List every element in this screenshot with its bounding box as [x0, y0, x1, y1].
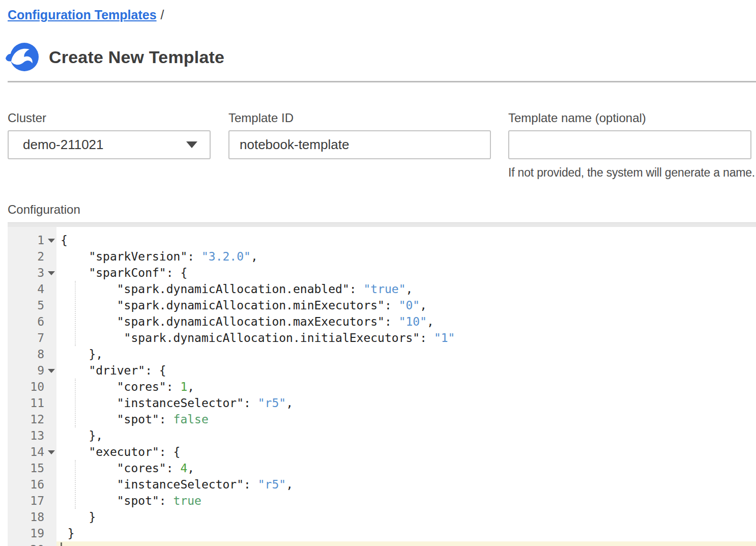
cluster-field: Cluster demo-211021	[8, 110, 211, 180]
editor-line: 5 "spark.dynamicAllocation.minExecutors"…	[8, 297, 756, 313]
editor-line: 15 "cores": 4,	[8, 460, 756, 476]
editor-line: 2 "sparkVersion": "3.2.0",	[8, 248, 756, 265]
code-token: },	[61, 348, 103, 361]
create-template-page: Configuration Templates/ Create New Temp…	[0, 0, 756, 546]
code-line[interactable]: "driver": {	[56, 362, 756, 379]
cluster-select-value: demo-211021	[23, 137, 186, 153]
line-number: 11	[8, 395, 56, 411]
code-line[interactable]: "spot": true	[56, 493, 756, 509]
code-line[interactable]: "sparkConf": {	[56, 265, 756, 281]
code-token: "true"	[363, 282, 405, 296]
code-line[interactable]: },	[56, 427, 756, 444]
code-token: ,	[286, 478, 293, 491]
template-id-input[interactable]	[228, 130, 491, 159]
header-divider	[8, 81, 756, 82]
template-name-input[interactable]	[508, 130, 751, 159]
code-token: ,	[251, 250, 258, 263]
code-token: "r5"	[258, 478, 286, 491]
page-title: Create New Template	[49, 47, 224, 67]
editor-line: 14 "executor": {	[8, 444, 756, 460]
line-number: 9	[8, 362, 56, 379]
template-name-helper-text: If not provided, the system will generat…	[508, 166, 751, 180]
line-number: 3	[8, 265, 56, 281]
line-number: 19	[8, 525, 56, 541]
line-number: 8	[8, 346, 56, 362]
code-token: 1	[180, 380, 187, 393]
code-token: "1"	[434, 331, 455, 344]
code-token: ,	[187, 380, 194, 393]
editor-line: 9 "driver": {	[8, 362, 756, 379]
code-line[interactable]: },	[56, 346, 756, 362]
code-line[interactable]: "spark.dynamicAllocation.enabled": "true…	[56, 281, 756, 297]
editor-line: 4 "spark.dynamicAllocation.enabled": "tr…	[8, 281, 756, 297]
editor-line: 8 },	[8, 346, 756, 362]
code-token: ,	[187, 462, 194, 475]
caret-down-icon	[186, 141, 197, 148]
editor-line: 6 "spark.dynamicAllocation.maxExecutors"…	[8, 313, 756, 330]
code-line[interactable]: }	[56, 509, 756, 525]
code-token: "10"	[399, 315, 427, 328]
editor-line: 18 }	[8, 509, 756, 525]
line-number: 6	[8, 313, 56, 330]
code-token: }	[61, 527, 75, 540]
editor-line: 1{	[8, 232, 756, 248]
code-line[interactable]: }	[56, 525, 756, 541]
configuration-label: Configuration	[8, 202, 756, 217]
breadcrumb: Configuration Templates/	[0, 0, 756, 22]
line-number: 16	[8, 476, 56, 493]
line-number: 15	[8, 460, 56, 476]
code-token: ,	[406, 282, 413, 296]
line-number: 7	[8, 330, 56, 346]
fold-toggle-icon[interactable]	[48, 239, 55, 243]
code-line[interactable]: {	[56, 232, 756, 248]
code-token: "spark.dynamicAllocation.initialExecutor…	[61, 331, 434, 344]
editor-line: 11 "instanceSelector": "r5",	[8, 395, 756, 411]
code-line[interactable]: "instanceSelector": "r5",	[56, 395, 756, 411]
fold-toggle-icon[interactable]	[48, 369, 55, 373]
template-form: Cluster demo-211021 Template ID Template…	[8, 110, 756, 180]
code-token: ,	[420, 299, 427, 312]
code-token: ,	[427, 315, 434, 328]
code-token: "3.2.0"	[201, 250, 251, 263]
code-line[interactable]: "spot": false	[56, 411, 756, 427]
code-token: true	[173, 494, 201, 507]
code-token: }	[61, 510, 96, 524]
code-editor-body[interactable]: 1{2 "sparkVersion": "3.2.0",3 "sparkConf…	[8, 227, 756, 546]
line-number: 5	[8, 297, 56, 313]
code-token: "spark.dynamicAllocation.enabled":	[61, 282, 363, 296]
code-line[interactable]: "sparkVersion": "3.2.0",	[56, 248, 756, 265]
code-line[interactable]: "spark.dynamicAllocation.maxExecutors": …	[56, 313, 756, 330]
code-token: "instanceSelector":	[61, 396, 258, 410]
editor-line: 7 "spark.dynamicAllocation.initialExecut…	[8, 330, 756, 346]
code-token: 4	[180, 462, 187, 475]
line-number: 12	[8, 411, 56, 427]
code-line[interactable]: "cores": 4,	[56, 460, 756, 476]
fold-toggle-icon[interactable]	[48, 450, 55, 454]
code-line[interactable]: "spark.dynamicAllocation.minExecutors": …	[56, 297, 756, 313]
code-token: "spark.dynamicAllocation.minExecutors":	[61, 299, 399, 312]
line-number: 1	[8, 232, 56, 248]
line-number: 2	[8, 248, 56, 265]
code-line[interactable]: "spark.dynamicAllocation.initialExecutor…	[56, 330, 756, 346]
template-id-field: Template ID	[228, 110, 491, 180]
code-token: {	[61, 234, 68, 247]
code-line[interactable]: "instanceSelector": "r5",	[56, 476, 756, 493]
cluster-select[interactable]: demo-211021	[8, 130, 211, 159]
fold-toggle-icon[interactable]	[48, 271, 55, 275]
editor-line: 16 "instanceSelector": "r5",	[8, 476, 756, 493]
code-token: "cores":	[61, 462, 180, 475]
code-line[interactable]: "cores": 1,	[56, 379, 756, 395]
breadcrumb-link-configuration-templates[interactable]: Configuration Templates	[8, 8, 157, 22]
code-token: "instanceSelector":	[61, 478, 258, 491]
editor-top-strip	[8, 222, 756, 227]
line-number: 10	[8, 379, 56, 395]
code-line[interactable]: "executor": {	[56, 444, 756, 460]
code-token: "driver": {	[61, 364, 166, 377]
code-line-active[interactable]	[56, 541, 756, 546]
line-number: 14	[8, 444, 56, 460]
editor-line: 10 "cores": 1,	[8, 379, 756, 395]
editor-line: 19 }	[8, 525, 756, 541]
editor-line: 12 "spot": false	[8, 411, 756, 427]
code-token: ,	[286, 396, 293, 410]
editor-line: 20	[8, 541, 756, 546]
